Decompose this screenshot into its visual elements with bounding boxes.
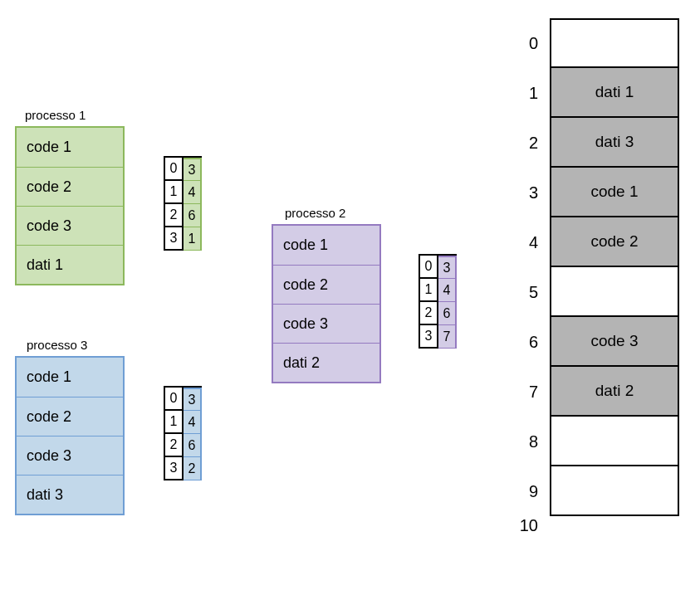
memory-frame: 2dati 3 xyxy=(516,118,679,168)
memory-frame-number: 9 xyxy=(516,482,550,501)
memory-frame: 8 xyxy=(516,417,679,466)
memory-frame: 4code 2 xyxy=(516,217,679,267)
memory-frame-cell xyxy=(550,466,679,516)
pagetable-frame: 4 xyxy=(184,181,202,204)
page-cell: code 1 xyxy=(273,226,379,265)
memory-frame-number: 1 xyxy=(516,84,550,103)
pagetable-index: 3 xyxy=(419,325,438,349)
pagetable-frame: 3 xyxy=(184,158,202,181)
page-cell: code 1 xyxy=(17,358,123,397)
process-2-pages: code 1code 2code 3dati 2 xyxy=(272,224,381,383)
pagetable-index: 1 xyxy=(164,181,184,204)
pagetable-row: 14 xyxy=(419,279,457,302)
memory-frame-number: 10 xyxy=(516,516,550,535)
pagetable-frame: 3 xyxy=(438,256,457,279)
memory-frame-number: 8 xyxy=(516,432,550,451)
memory-frame: 9 xyxy=(516,466,679,516)
page-cell: code 2 xyxy=(17,397,123,436)
memory-frame: 0 xyxy=(516,18,679,68)
memory-frame: 5 xyxy=(516,267,679,317)
memory-frame: 3code 1 xyxy=(516,168,679,217)
memory-frame-cell xyxy=(550,267,679,317)
pagetable-row: 37 xyxy=(419,325,457,349)
process-1-label: processo 1 xyxy=(25,108,86,122)
process-3-pagetable: 03142632 xyxy=(164,386,202,480)
pagetable-frame: 4 xyxy=(438,279,457,302)
pagetable-frame: 4 xyxy=(184,411,202,434)
page-cell: code 2 xyxy=(273,265,379,304)
pagetable-frame: 6 xyxy=(184,204,202,227)
pagetable-row: 32 xyxy=(164,457,202,480)
process-3-pages: code 1code 2code 3dati 3 xyxy=(15,356,125,515)
pagetable-row: 03 xyxy=(164,388,202,411)
pagetable-row: 14 xyxy=(164,181,202,204)
memory-frame-cell: code 2 xyxy=(550,217,679,267)
pagetable-frame: 1 xyxy=(184,227,202,251)
memory-last-tick: 10 xyxy=(516,516,679,528)
pagetable-index: 3 xyxy=(164,457,184,480)
pagetable-frame: 6 xyxy=(184,434,202,457)
memory-frame-cell xyxy=(550,417,679,466)
pagetable-row: 26 xyxy=(164,204,202,227)
page-cell: dati 3 xyxy=(17,475,123,514)
memory-frame: 7dati 2 xyxy=(516,367,679,417)
pagetable-index: 3 xyxy=(164,227,184,251)
pagetable-index: 0 xyxy=(164,158,184,181)
page-cell: code 3 xyxy=(273,304,379,343)
memory-frame-number: 3 xyxy=(516,183,550,202)
pagetable-index: 1 xyxy=(164,411,184,434)
process-2-label: processo 2 xyxy=(285,206,345,220)
memory-frame-number: 2 xyxy=(516,134,550,153)
process-1-pagetable: 03142631 xyxy=(164,156,202,251)
pagetable-index: 2 xyxy=(164,434,184,457)
memory-frame-cell: dati 3 xyxy=(550,118,679,168)
page-cell: code 3 xyxy=(17,436,123,475)
pagetable-index: 1 xyxy=(419,279,438,302)
memory-frame-number: 7 xyxy=(516,383,550,402)
pagetable-frame: 6 xyxy=(438,302,457,325)
page-cell: dati 1 xyxy=(17,245,123,284)
page-cell: code 2 xyxy=(17,167,123,206)
page-cell: code 3 xyxy=(17,206,123,245)
page-cell: code 1 xyxy=(17,128,123,167)
memory-frame-number: 4 xyxy=(516,233,550,252)
memory-frame-cell: code 1 xyxy=(550,168,679,217)
pagetable-row: 31 xyxy=(164,227,202,251)
memory-frame: 6code 3 xyxy=(516,317,679,367)
pagetable-row: 14 xyxy=(164,411,202,434)
page-cell: dati 2 xyxy=(273,343,379,382)
memory-frame-number: 5 xyxy=(516,283,550,302)
pagetable-index: 0 xyxy=(419,256,438,279)
pagetable-frame: 3 xyxy=(184,388,202,411)
process-1-pages: code 1code 2code 3dati 1 xyxy=(15,126,125,285)
process-3-label: processo 3 xyxy=(27,338,87,352)
pagetable-index: 2 xyxy=(164,204,184,227)
memory-frame: 1dati 1 xyxy=(516,68,679,118)
pagetable-index: 2 xyxy=(419,302,438,325)
memory-frame-cell: code 3 xyxy=(550,317,679,367)
pagetable-frame: 2 xyxy=(184,457,202,480)
memory-frame-number: 6 xyxy=(516,333,550,352)
memory-frame-number: 0 xyxy=(516,34,550,53)
pagetable-row: 26 xyxy=(419,302,457,325)
pagetable-index: 0 xyxy=(164,388,184,411)
pagetable-row: 03 xyxy=(164,158,202,181)
process-2-pagetable: 03142637 xyxy=(419,254,457,349)
memory-frame-cell xyxy=(550,18,679,68)
pagetable-row: 03 xyxy=(419,256,457,279)
pagetable-frame: 7 xyxy=(438,325,457,349)
physical-memory: 01dati 12dati 33code 14code 256code 37da… xyxy=(516,18,679,528)
memory-frame-cell: dati 2 xyxy=(550,367,679,417)
memory-frame-cell: dati 1 xyxy=(550,68,679,118)
pagetable-row: 26 xyxy=(164,434,202,457)
